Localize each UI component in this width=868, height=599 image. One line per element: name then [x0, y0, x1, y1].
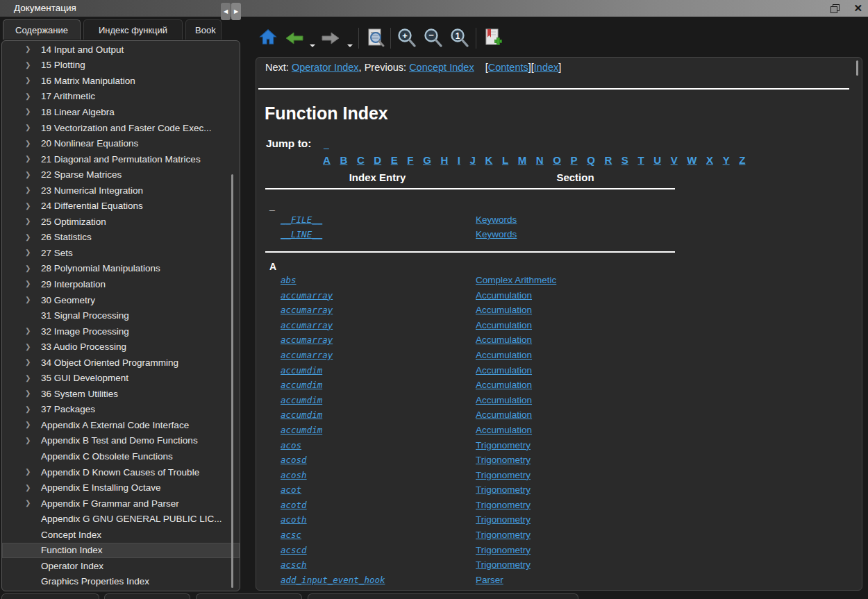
function-link[interactable]: accumarray	[281, 305, 333, 315]
jump-letter-z[interactable]: Z	[739, 154, 745, 166]
sidebar-item-24-differential-equations[interactable]: ❯24 Differential Equations	[2, 198, 240, 214]
chevron-right-icon[interactable]: ❯	[25, 218, 31, 226]
sidebar-item-30-geometry[interactable]: ❯30 Geometry	[2, 292, 240, 308]
jump-letter-j[interactable]: J	[470, 154, 476, 166]
sidebar-item-31-signal-processing[interactable]: 31 Signal Processing	[2, 307, 240, 323]
jump-letter-r[interactable]: R	[604, 154, 612, 166]
chevron-right-icon[interactable]: ❯	[25, 140, 31, 147]
tab-0[interactable]: Содержание	[3, 19, 81, 40]
section-link[interactable]: Trigonometry	[476, 484, 531, 495]
sidebar-item-23-numerical-integration[interactable]: ❯23 Numerical Integration	[2, 183, 240, 199]
sidebar-item-29-interpolation[interactable]: ❯29 Interpolation	[2, 276, 240, 292]
jump-letter-b[interactable]: B	[340, 154, 347, 166]
chevron-right-icon[interactable]: ❯	[25, 374, 31, 382]
chevron-right-icon[interactable]: ❯	[25, 343, 31, 351]
chevron-right-icon[interactable]: ❯	[25, 296, 31, 303]
sidebar-item-appendix-g-gnu-general-public-lic[interactable]: Appendix G GNU GENERAL PUBLIC LIC...	[2, 511, 240, 527]
section-link[interactable]: Trigonometry	[476, 455, 531, 465]
restore-window-icon[interactable]	[831, 4, 840, 13]
sidebar-item-17-arithmetic[interactable]: ❯17 Arithmetic	[2, 89, 240, 105]
chevron-right-icon[interactable]: ❯	[25, 390, 31, 398]
nav-next-link[interactable]: Operator Index	[292, 62, 359, 73]
sidebar-item-25-optimization[interactable]: ❯25 Optimization	[2, 214, 240, 230]
chevron-right-icon[interactable]: ❯	[25, 61, 31, 69]
sidebar-item-concept-index[interactable]: Concept Index	[2, 527, 240, 543]
function-link[interactable]: accumarray	[281, 290, 333, 301]
section-link[interactable]: Keywords	[476, 229, 517, 239]
sidebar-item-appendix-c-obsolete-functions[interactable]: Appendix C Obsolete Functions	[2, 448, 240, 464]
jump-letter-y[interactable]: Y	[723, 154, 730, 166]
function-link[interactable]: accumarray	[281, 350, 333, 360]
chevron-right-icon[interactable]: ❯	[25, 77, 31, 85]
section-link[interactable]: Accumulation	[476, 425, 532, 435]
sidebar-item-appendix-b-test-and-demo-functions[interactable]: ❯Appendix B Test and Demo Functions	[2, 433, 240, 449]
section-link[interactable]: Complex Arithmetic	[476, 275, 556, 285]
function-link[interactable]: acsch	[281, 559, 307, 570]
sidebar-item-27-sets[interactable]: ❯27 Sets	[2, 245, 240, 261]
section-link[interactable]: Parser	[476, 575, 503, 585]
back-icon[interactable]	[285, 31, 304, 48]
function-link[interactable]: acotd	[281, 500, 307, 510]
jump-letter-l[interactable]: L	[502, 154, 508, 166]
zoom-original-icon[interactable]: 1	[450, 28, 469, 51]
function-link[interactable]: acosh	[281, 470, 307, 480]
chevron-right-icon[interactable]: ❯	[25, 186, 31, 194]
chevron-right-icon[interactable]: ❯	[25, 202, 31, 210]
section-link[interactable]: Accumulation	[476, 395, 532, 405]
jump-letter-n[interactable]: N	[536, 154, 544, 166]
jump-letter-d[interactable]: D	[374, 154, 381, 166]
sidebar-item-operator-index[interactable]: Operator Index	[2, 558, 240, 574]
nav-contents-link[interactable]: Contents	[488, 62, 528, 73]
section-link[interactable]: Accumulation	[476, 410, 532, 420]
sidebar-item-26-statistics[interactable]: ❯26 Statistics	[2, 230, 240, 246]
jump-letter-x[interactable]: X	[706, 154, 713, 166]
zoom-out-icon[interactable]: −	[424, 28, 443, 51]
back-history-dropdown-icon[interactable]	[310, 44, 315, 47]
function-link[interactable]: accumdim	[281, 365, 322, 376]
sidebar-item-20-nonlinear-equations[interactable]: ❯20 Nonlinear Equations	[2, 135, 240, 151]
chevron-right-icon[interactable]: ❯	[25, 264, 31, 272]
nav-previous-link[interactable]: Concept Index	[409, 62, 474, 73]
function-link[interactable]: acos	[281, 440, 301, 450]
tab-2[interactable]: Book	[185, 19, 222, 40]
chevron-right-icon[interactable]: ❯	[25, 358, 31, 366]
section-link[interactable]: Accumulation	[476, 320, 532, 330]
sidebar-item-function-index[interactable]: Function Index	[2, 543, 240, 559]
jump-letter-i[interactable]: I	[458, 154, 460, 166]
jump-letter-s[interactable]: S	[621, 154, 628, 166]
jump-letter-a[interactable]: A	[323, 154, 331, 166]
home-icon[interactable]	[259, 28, 277, 49]
jump-letter-g[interactable]: G	[423, 154, 431, 166]
section-link[interactable]: Accumulation	[476, 335, 532, 345]
function-link[interactable]: accumarray	[281, 320, 333, 330]
jump-letter-o[interactable]: O	[553, 154, 561, 166]
chevron-right-icon[interactable]: ❯	[25, 124, 31, 131]
tree-scrollbar[interactable]	[231, 174, 233, 588]
function-link[interactable]: __LINE__	[281, 229, 322, 239]
sidebar-item-appendix-f-grammar-and-parser[interactable]: ❯Appendix F Grammar and Parser	[2, 496, 240, 512]
jump-letter-f[interactable]: F	[407, 154, 413, 166]
forward-icon[interactable]	[321, 31, 340, 48]
tab-scroll-left-icon[interactable]: ◀	[221, 3, 231, 20]
chevron-right-icon[interactable]: ❯	[25, 108, 31, 116]
tab-1[interactable]: Индекс функций	[83, 19, 183, 40]
content-scrollbar[interactable]	[856, 60, 858, 76]
chevron-right-icon[interactable]: ❯	[25, 405, 31, 413]
chevron-right-icon[interactable]: ❯	[25, 155, 31, 162]
nav-index-link[interactable]: Index	[534, 62, 558, 73]
jump-letter-w[interactable]: W	[687, 154, 696, 166]
sidebar-item-graphics-properties-index[interactable]: Graphics Properties Index	[2, 574, 240, 590]
section-link[interactable]: Trigonometry	[476, 470, 531, 480]
chevron-right-icon[interactable]: ❯	[25, 437, 31, 444]
function-link[interactable]: abs	[281, 275, 297, 285]
chevron-right-icon[interactable]: ❯	[25, 327, 31, 335]
chevron-right-icon[interactable]: ❯	[25, 468, 31, 475]
sidebar-item-28-polynomial-manipulations[interactable]: ❯28 Polynomial Manipulations	[2, 261, 240, 277]
chevron-right-icon[interactable]: ❯	[25, 484, 31, 491]
sidebar-item-appendix-e-installing-octave[interactable]: ❯Appendix E Installing Octave	[2, 480, 240, 496]
function-link[interactable]: acot	[281, 484, 301, 495]
sidebar-item-33-audio-processing[interactable]: ❯33 Audio Processing	[2, 339, 240, 355]
tab-scroll-right-icon[interactable]: ▶	[231, 3, 241, 20]
section-link[interactable]: Trigonometry	[476, 514, 531, 525]
section-link[interactable]: Accumulation	[476, 380, 532, 390]
